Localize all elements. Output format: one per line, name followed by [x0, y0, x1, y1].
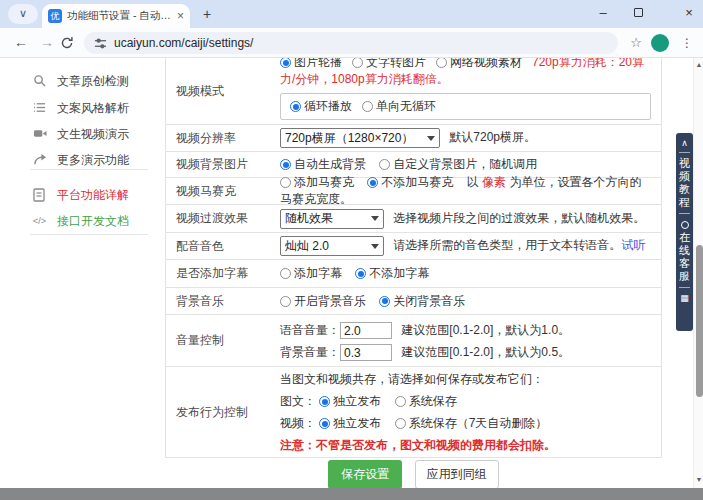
- radio-option-loop-play[interactable]: 循环播放: [290, 98, 352, 115]
- radio-icon[interactable]: [280, 177, 291, 188]
- radio-icon[interactable]: [362, 101, 373, 112]
- sidebar-item-label: 文案风格解析: [57, 100, 129, 117]
- browser-menu-icon[interactable]: ⋮: [679, 32, 695, 54]
- radio-icon[interactable]: [436, 58, 447, 68]
- sidebar-item-platform-guide[interactable]: 平台功能详解: [33, 186, 163, 204]
- radio-option-auto-background[interactable]: 自动生成背景: [280, 157, 366, 171]
- url-text[interactable]: ucaiyun.com/caiji/settings/: [114, 36, 253, 50]
- sidebar-item-more-demos[interactable]: 更多演示功能: [33, 151, 163, 169]
- address-bar[interactable]: ucaiyun.com/caiji/settings/: [84, 32, 618, 54]
- radio-icon[interactable]: [379, 296, 390, 307]
- voice-select[interactable]: 灿灿 2.0: [280, 236, 384, 256]
- radio-icon[interactable]: [280, 296, 291, 307]
- radio-option-imagetext-independent[interactable]: 独立发布: [319, 394, 381, 408]
- voice-volume-label: 语音音量：: [280, 323, 340, 337]
- transition-select[interactable]: 随机效果: [280, 209, 384, 229]
- sidebar-item-originality-check[interactable]: 文章原创检测: [33, 72, 163, 90]
- profile-avatar[interactable]: [651, 34, 669, 52]
- radio-icon[interactable]: [280, 58, 291, 68]
- radio-option-web-video[interactable]: 网络视频素材: [436, 58, 522, 69]
- document-icon: [33, 188, 48, 203]
- bookmark-star-icon[interactable]: ☆: [626, 32, 646, 54]
- save-settings-button[interactable]: 保存设置: [328, 460, 402, 488]
- field-label: 视频分辨率: [166, 130, 278, 147]
- radio-label: 自动生成背景: [294, 157, 366, 171]
- site-favicon: 优: [48, 9, 62, 23]
- radio-label: 添加字幕: [294, 266, 342, 280]
- divider: [679, 152, 690, 153]
- radio-icon[interactable]: [355, 268, 366, 279]
- radio-label: 关闭背景音乐: [393, 294, 465, 308]
- radio-option-add-mosaic[interactable]: 添加马赛克: [280, 175, 354, 189]
- sidebar-divider: [30, 234, 148, 235]
- reload-button[interactable]: [60, 32, 82, 54]
- scroll-down-icon[interactable]: ▼: [695, 476, 703, 483]
- chevron-down-icon: ∨: [19, 7, 27, 19]
- radio-option-bgm-off[interactable]: 关闭背景音乐: [379, 294, 465, 308]
- field-label: 视频过渡效果: [166, 210, 278, 227]
- close-window-button[interactable]: ×: [672, 0, 703, 26]
- radio-icon[interactable]: [395, 418, 406, 429]
- radio-option-one-way[interactable]: 单向无循环: [362, 98, 436, 115]
- bgm-volume-label: 背景音量：: [280, 345, 340, 359]
- radio-label: 循环播放: [304, 99, 352, 113]
- floating-sidebar: ∧ 视频教程 在线客服 ▦: [676, 133, 693, 331]
- radio-icon[interactable]: [280, 268, 291, 279]
- scroll-up-icon[interactable]: ▲: [695, 61, 703, 68]
- voice-volume-input[interactable]: 2.0: [340, 322, 392, 339]
- radio-option-text-to-image[interactable]: 文字转图片: [352, 58, 426, 69]
- sidebar-item-label: 平台功能详解: [57, 187, 129, 204]
- vertical-scrollbar[interactable]: ▲ ▼: [693, 58, 703, 488]
- apply-to-group-button[interactable]: 应用到同组: [415, 460, 499, 488]
- resolution-select[interactable]: 720p横屏（1280×720）: [280, 128, 440, 148]
- list-icon: [33, 101, 48, 116]
- new-tab-button[interactable]: +: [198, 6, 216, 24]
- radio-option-custom-background[interactable]: 自定义背景图片，随机调用: [379, 157, 537, 171]
- radio-icon[interactable]: [290, 101, 301, 112]
- site-info-icon[interactable]: [94, 37, 107, 50]
- collapse-icon[interactable]: ∧: [681, 138, 688, 148]
- radio-icon[interactable]: [395, 396, 406, 407]
- row-transition: 视频过渡效果 随机效果 选择视频片段之间的过渡效果，默认随机效果。: [166, 205, 661, 233]
- back-button[interactable]: ←: [10, 32, 32, 54]
- scrollbar-thumb[interactable]: [696, 245, 703, 397]
- radio-icon[interactable]: [352, 58, 363, 68]
- field-label: 视频背景图片: [166, 156, 278, 173]
- bgm-volume-input[interactable]: 0.3: [340, 344, 392, 361]
- radio-icon[interactable]: [319, 418, 330, 429]
- radio-option-video-independent[interactable]: 独立发布: [319, 416, 381, 430]
- sidebar-item-label: 文章原创检测: [57, 73, 129, 90]
- radio-option-bgm-on[interactable]: 开启背景音乐: [280, 294, 366, 308]
- qr-code-icon[interactable]: ▦: [680, 293, 689, 303]
- browser-tab[interactable]: 优 功能细节设置 - 自动文章采集 ×: [42, 4, 190, 28]
- online-service-link[interactable]: 在线客服: [679, 231, 691, 283]
- video-tutorial-link[interactable]: 视频教程: [679, 157, 691, 209]
- customer-service-icon: [681, 221, 689, 229]
- sidebar-item-api-docs[interactable]: </> 接口开发文档: [33, 212, 163, 230]
- radio-option-add-subtitle[interactable]: 添加字幕: [280, 266, 342, 280]
- publish-video-label: 视频：: [280, 416, 316, 430]
- radio-icon[interactable]: [319, 396, 330, 407]
- form-actions: 保存设置 应用到同组: [165, 460, 662, 488]
- forward-button[interactable]: →: [36, 32, 58, 54]
- radio-option-no-subtitle[interactable]: 不添加字幕: [355, 266, 429, 280]
- row-bgm: 背景音乐 开启背景音乐 关闭背景音乐: [166, 288, 661, 315]
- radio-option-imagetext-system-save[interactable]: 系统保存: [395, 394, 457, 408]
- audition-link[interactable]: 试听: [621, 238, 645, 252]
- radio-label: 添加马赛克: [294, 175, 354, 189]
- maximize-button[interactable]: [634, 8, 643, 17]
- radio-icon[interactable]: [280, 159, 291, 170]
- minimize-button[interactable]: –: [586, 0, 620, 26]
- radio-option-image-carousel[interactable]: 图片轮播: [280, 58, 342, 69]
- radio-option-no-mosaic[interactable]: 不添加马赛克: [367, 175, 453, 189]
- row-voice: 配音音色 灿灿 2.0 请选择所需的音色类型，用于文本转语音。试听: [166, 233, 661, 260]
- sidebar-item-style-analysis[interactable]: 文案风格解析: [33, 99, 163, 117]
- radio-icon[interactable]: [367, 177, 378, 188]
- radio-option-video-system-save[interactable]: 系统保存（7天自动删除）: [395, 416, 548, 430]
- radio-icon[interactable]: [379, 159, 390, 170]
- tab-search-button[interactable]: ∨: [8, 4, 38, 24]
- publish-warning: 注意：不管是否发布，图文和视频的费用都会扣除。: [280, 434, 653, 456]
- divider: [679, 213, 690, 214]
- tab-close-icon[interactable]: ×: [177, 9, 184, 23]
- sidebar-item-text-to-video-demo[interactable]: 文生视频演示: [33, 125, 163, 143]
